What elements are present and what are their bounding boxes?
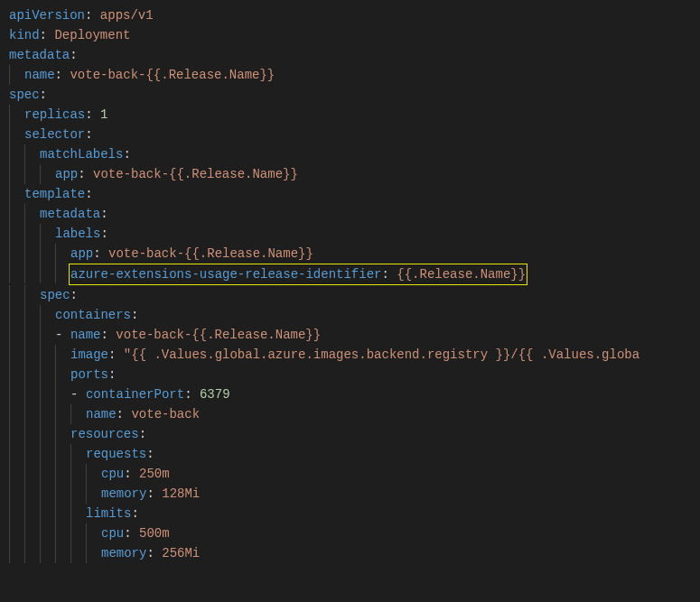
- yaml-key: app: [55, 167, 78, 181]
- code-editor[interactable]: apiVersion: apps/v1 kind: Deployment met…: [9, 5, 700, 563]
- code-line: name: vote-back: [9, 404, 700, 424]
- code-line: spec:: [9, 85, 700, 105]
- yaml-value: vote-back-{{.Release.Name}}: [108, 246, 313, 261]
- yaml-value: apps/v1: [100, 8, 154, 23]
- code-line: name: vote-back-{{.Release.Name}}: [9, 65, 700, 85]
- yaml-key: name: [86, 407, 117, 421]
- yaml-key: name: [70, 328, 101, 342]
- yaml-value: "{{ .Values.global.azure.images.backend.…: [124, 347, 639, 362]
- code-line: resources:: [9, 424, 700, 444]
- yaml-dash: -: [55, 328, 62, 342]
- yaml-key: metadata: [40, 207, 100, 221]
- code-line: memory: 128Mi: [9, 484, 700, 504]
- yaml-value: vote-back-{{.Release.Name}}: [93, 167, 298, 181]
- code-line: containers:: [9, 305, 700, 325]
- yaml-key: resources: [70, 427, 139, 441]
- yaml-value: Deployment: [54, 28, 130, 42]
- code-line: metadata:: [9, 45, 700, 65]
- code-line: -name: vote-back-{{.Release.Name}}: [9, 325, 700, 345]
- highlight-box: azure-extensions-usage-release-identifie…: [69, 264, 527, 285]
- code-line: matchLabels:: [9, 144, 700, 164]
- code-line: kind: Deployment: [9, 25, 700, 45]
- code-line: -containerPort: 6379: [9, 384, 700, 404]
- yaml-value: 128Mi: [162, 486, 200, 501]
- yaml-key: azure-extensions-usage-release-identifie…: [70, 267, 381, 282]
- yaml-key: memory: [101, 486, 146, 501]
- yaml-key: apiVersion: [9, 8, 85, 23]
- code-line: cpu: 250m: [9, 464, 700, 484]
- code-line: ports:: [9, 365, 700, 384]
- yaml-value: 250m: [139, 467, 170, 481]
- yaml-key: template: [24, 187, 85, 201]
- yaml-key: containerPort: [86, 387, 184, 402]
- code-line: app: vote-back-{{.Release.Name}}: [9, 164, 700, 184]
- yaml-key: image: [70, 347, 108, 362]
- yaml-key: cpu: [101, 526, 124, 541]
- yaml-value: vote-back-{{.Release.Name}}: [70, 68, 275, 82]
- yaml-value: 1: [100, 107, 107, 122]
- yaml-value: vote-back-{{.Release.Name}}: [116, 328, 321, 342]
- yaml-key: labels: [55, 227, 100, 241]
- code-line: requests:: [9, 444, 700, 464]
- code-line: replicas: 1: [9, 105, 700, 125]
- yaml-key: selector: [24, 127, 85, 142]
- yaml-value: 500m: [139, 526, 170, 541]
- yaml-key: cpu: [101, 467, 124, 481]
- code-line: template:: [9, 184, 700, 204]
- yaml-value: vote-back: [131, 407, 200, 421]
- yaml-key: spec: [40, 288, 70, 302]
- yaml-value: 6379: [200, 387, 230, 402]
- yaml-value: 256Mi: [162, 546, 200, 560]
- yaml-key: spec: [9, 88, 40, 102]
- yaml-dash: -: [70, 387, 78, 402]
- yaml-key: memory: [101, 546, 146, 560]
- code-line: memory: 256Mi: [9, 543, 700, 563]
- yaml-key: metadata: [9, 48, 70, 62]
- code-line: image: "{{ .Values.global.azure.images.b…: [9, 345, 700, 365]
- yaml-key: replicas: [24, 107, 85, 122]
- code-line: app: vote-back-{{.Release.Name}}: [9, 244, 700, 264]
- yaml-key: requests: [86, 447, 146, 461]
- yaml-key: matchLabels: [40, 147, 123, 162]
- code-line: limits:: [9, 504, 700, 523]
- yaml-value: {{.Release.Name}}: [397, 267, 526, 282]
- code-line: metadata:: [9, 204, 700, 224]
- code-line: selector:: [9, 125, 700, 144]
- code-line: apiVersion: apps/v1: [9, 5, 700, 25]
- code-line: cpu: 500m: [9, 523, 700, 543]
- code-line: spec:: [9, 285, 700, 305]
- yaml-key: app: [70, 246, 93, 261]
- code-line-highlighted: azure-extensions-usage-release-identifie…: [9, 264, 700, 285]
- yaml-key: kind: [9, 28, 40, 42]
- yaml-key: ports: [70, 367, 108, 382]
- yaml-key: limits: [86, 506, 131, 521]
- code-line: labels:: [9, 224, 700, 244]
- yaml-key: name: [24, 68, 55, 82]
- yaml-key: containers: [55, 308, 131, 322]
